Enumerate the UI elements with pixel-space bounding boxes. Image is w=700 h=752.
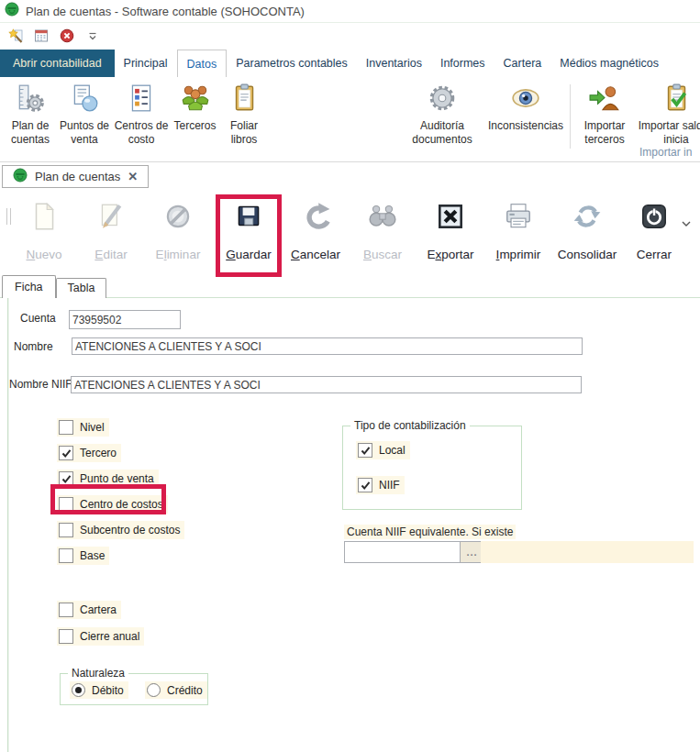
- inconsistencias-icon: [483, 81, 568, 119]
- checkbox-base[interactable]: Base: [57, 547, 109, 565]
- imprimir-button[interactable]: Imprimir: [488, 195, 549, 261]
- ribbon-button-puntos-de-venta[interactable]: Puntos de venta: [57, 81, 112, 146]
- radio-debito[interactable]: Débito: [70, 681, 128, 699]
- ribbon-button-terceros[interactable]: Terceros: [171, 81, 219, 133]
- nombre-niif-label: Nombre NIIF: [9, 378, 72, 391]
- cuenta-niif-equivalente-input[interactable]: [344, 541, 461, 563]
- form-tab-ficha[interactable]: Ficha: [2, 275, 56, 298]
- terceros-icon: [171, 81, 219, 119]
- cancelar-icon: [285, 195, 346, 238]
- form-tab-tabla[interactable]: Tabla: [56, 278, 107, 298]
- checkbox-local[interactable]: Local: [356, 441, 410, 459]
- close-tab-icon[interactable]: ✕: [128, 171, 138, 182]
- radio-circle: [147, 683, 161, 697]
- imprimir-icon: [488, 195, 549, 238]
- cerrar-icon: [624, 195, 684, 238]
- nuevo-icon: [14, 195, 74, 238]
- checkbox-box: [59, 548, 73, 563]
- ribbon-button-label: Puntos de venta: [57, 119, 112, 146]
- ribbon-button-label: Inconsistencias: [483, 119, 568, 133]
- consolidar-button[interactable]: Consolidar: [557, 195, 617, 261]
- checkbox-cartera[interactable]: Cartera: [57, 601, 121, 619]
- naturaleza-group: Naturaleza DébitoCrédito: [60, 673, 208, 705]
- checkbox-centro-de-costos[interactable]: Centro de costos: [57, 495, 168, 514]
- importar-terceros-icon: [574, 81, 635, 119]
- radio-label: Débito: [92, 684, 124, 697]
- checkbox-niif[interactable]: NIIF: [356, 476, 405, 494]
- ribbon-button-label: Importar terceros: [574, 119, 635, 146]
- toolbar-button-label: Guardar: [218, 248, 279, 261]
- exportar-icon: [420, 195, 481, 238]
- calendar-button[interactable]: [34, 28, 49, 43]
- cancelar-button[interactable]: Cancelar: [285, 195, 346, 261]
- ribbon-group-label: Importar in: [639, 146, 700, 159]
- checkbox-cierre-anual[interactable]: Cierre anual: [57, 627, 144, 646]
- quick-access-toolbar: [0, 23, 100, 49]
- foliar-libros-icon: [219, 81, 269, 119]
- checkbox-label: Cierre anual: [80, 630, 139, 643]
- radio-label: Crédito: [167, 684, 203, 697]
- calendar-icon: [34, 28, 49, 43]
- checkbox-punto-de-venta[interactable]: Punto de venta: [57, 470, 159, 488]
- checkbox-nivel[interactable]: Nivel: [57, 418, 109, 437]
- ribbon-tab-inventarios[interactable]: Inventarios: [357, 50, 431, 77]
- tipo-contabilizacion-title: Tipo de contabilización: [350, 419, 470, 432]
- cuenta-input[interactable]: [69, 310, 181, 329]
- ribbon-button-importar-saldos-inicia[interactable]: Importar saldos inicia: [635, 81, 700, 146]
- ribbon-button-inconsistencias[interactable]: Inconsistencias: [483, 81, 568, 133]
- buscar-icon: [352, 195, 413, 238]
- toolbar-button-label: Cancelar: [285, 248, 346, 261]
- importar-saldos-icon: [635, 81, 700, 119]
- toolbar-grip[interactable]: [6, 208, 11, 225]
- title-bar: Plan de cuentas - Software contable (SOH…: [0, 0, 700, 23]
- cuenta-niif-equiv-display: [481, 541, 694, 563]
- form-area: Tipo de contabilización LocalNIIF Cuenta…: [0, 297, 700, 752]
- document-tab-bar: Plan de cuentas✕: [0, 161, 700, 189]
- qat-options-button[interactable]: [85, 28, 100, 43]
- ribbon-tab-bar: Abrir contabilidad PrincipalDatosParamet…: [0, 50, 700, 78]
- ribbon-button-label: Importar saldos inicia: [635, 119, 700, 146]
- tipo-contabilizacion-group: Tipo de contabilización LocalNIIF: [342, 426, 522, 510]
- ribbon-button-auditoria-documentos[interactable]: Auditoría documentos: [401, 81, 483, 146]
- editar-icon: [81, 195, 141, 238]
- eliminar-icon: [148, 195, 208, 238]
- centros-costo-icon: [112, 81, 171, 119]
- ribbon-tab-cartera[interactable]: Cartera: [494, 50, 551, 77]
- checkbox-tercero[interactable]: Tercero: [57, 444, 121, 462]
- ribbon-tab-medios-magneticos[interactable]: Médios magnéticos: [550, 50, 668, 77]
- radio-circle: [72, 683, 85, 697]
- ribbon-button-centros-de-costo[interactable]: Centros de costo: [112, 81, 171, 146]
- cuenta-label: Cuenta: [20, 312, 56, 325]
- ribbon-tab-principal[interactable]: Principal: [115, 50, 177, 77]
- exportar-button[interactable]: Exportar: [420, 195, 481, 261]
- checkbox-subcentro-de-costos[interactable]: Subcentro de costos: [57, 521, 184, 539]
- nombre-input[interactable]: [72, 337, 583, 355]
- cerrar-button[interactable]: Cerrar: [624, 195, 684, 261]
- ribbon-button-foliar-libros[interactable]: Foliar libros: [219, 81, 269, 146]
- checkbox-label: Local: [379, 444, 406, 457]
- window-title: Plan de cuentas - Software contable (SOH…: [26, 5, 305, 18]
- ribbon-tab-datos[interactable]: Datos: [177, 50, 228, 78]
- radio-credito[interactable]: Crédito: [145, 681, 207, 699]
- backstage-button[interactable]: Abrir contabilidad: [0, 50, 115, 77]
- ribbon-tab-informes[interactable]: Informes: [431, 50, 494, 77]
- ribbon-tab-parametros-contables[interactable]: Parametros contables: [227, 50, 357, 77]
- nombre-niif-input[interactable]: [71, 376, 582, 393]
- close-red-button[interactable]: [60, 28, 74, 43]
- ribbon-button-plan-de-cuentas[interactable]: Plan de cuentas: [4, 81, 57, 146]
- checkbox-label: Nivel: [80, 421, 105, 434]
- qat-options-icon: [85, 28, 100, 43]
- consolidar-icon: [557, 195, 617, 238]
- ribbon-button-importar-terceros[interactable]: Importar terceros: [574, 81, 635, 146]
- toolbar-button-label: Consolidar: [557, 248, 617, 261]
- guardar-button[interactable]: Guardar: [218, 195, 279, 261]
- wand-button[interactable]: [8, 28, 23, 43]
- checkbox-label: Punto de venta: [80, 472, 154, 485]
- ribbon-button-label: Auditoría documentos: [401, 119, 483, 146]
- checkbox-label: NIIF: [379, 479, 400, 492]
- ribbon-button-label: Centros de costo: [112, 119, 171, 146]
- close-red-icon: [60, 28, 74, 43]
- checkbox-box: [59, 446, 73, 460]
- app-icon: [5, 2, 19, 20]
- document-tab-plan-de-cuentas[interactable]: Plan de cuentas✕: [2, 165, 149, 188]
